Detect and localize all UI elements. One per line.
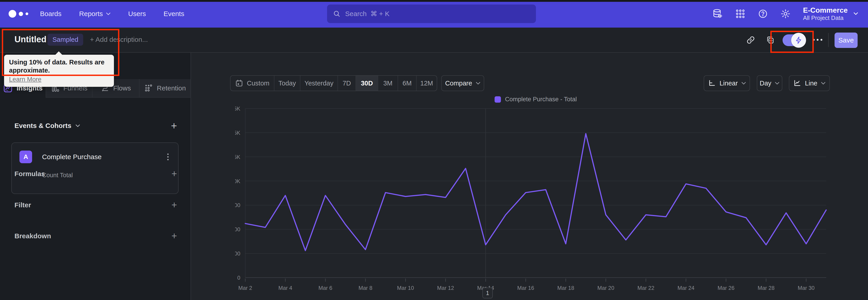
tab-label: Retention [157, 84, 186, 92]
svg-text:Mar 10: Mar 10 [397, 285, 414, 291]
nav-item-boards[interactable]: Boards [40, 10, 61, 18]
interval-label: Day [760, 80, 772, 87]
legend-swatch[interactable] [495, 96, 501, 102]
svg-text:Mar 28: Mar 28 [758, 285, 775, 291]
chevron-down-icon[interactable] [75, 124, 80, 127]
range-30d[interactable]: 30D [356, 76, 378, 91]
line-chart-icon [793, 79, 801, 87]
svg-text:Mar 16: Mar 16 [517, 285, 534, 291]
event-letter-badge: A [20, 151, 32, 163]
sidebar-section-breakdown: Breakdown+ [14, 231, 177, 241]
add-formulas-button[interactable]: + [171, 169, 177, 179]
window-edge [0, 0, 868, 2]
linear-scale-icon [708, 79, 716, 87]
nav-item-events[interactable]: Events [163, 10, 184, 18]
sidebar-section-formulas: Formulas+ [14, 169, 177, 179]
svg-text:12.5K: 12.5K [235, 154, 240, 160]
learn-more-link[interactable]: Learn More [9, 76, 41, 83]
svg-text:5,000: 5,000 [235, 226, 240, 232]
svg-text:7,500: 7,500 [235, 202, 240, 208]
svg-text:Mar 4: Mar 4 [278, 285, 292, 291]
chevron-down-icon [476, 82, 480, 85]
events-cohorts-header: Events & Cohorts + [14, 120, 177, 131]
range-3m[interactable]: 3M [378, 76, 398, 91]
svg-text:10K: 10K [235, 178, 240, 184]
project-selector[interactable]: E-Commerce All Project Data [803, 6, 858, 22]
kebab-icon[interactable] [166, 152, 170, 162]
svg-text:Mar 6: Mar 6 [318, 285, 332, 291]
range-today[interactable]: Today [274, 76, 301, 91]
section-label: Breakdown [14, 232, 51, 240]
nav-right: E-Commerce All Project Data [712, 0, 868, 28]
duplicate-icon[interactable] [766, 36, 774, 44]
search-bar[interactable] [327, 4, 536, 23]
range-7d[interactable]: 7D [338, 76, 356, 91]
search-input[interactable] [345, 10, 530, 18]
range-yesterday[interactable]: Yesterday [301, 76, 338, 91]
sampling-tooltip-message: Using 10% of data. Results are approxima… [9, 58, 109, 74]
nav-item-users[interactable]: Users [128, 10, 146, 18]
event-name: Complete Purchase [42, 153, 101, 161]
svg-text:2,500: 2,500 [235, 250, 240, 257]
sampling-toggle-icon [791, 33, 806, 48]
project-name: E-Commerce [803, 6, 848, 14]
settings-icon[interactable] [780, 9, 790, 19]
interval-dropdown[interactable]: Day [757, 75, 782, 91]
add-description[interactable]: + Add description... [90, 36, 148, 43]
tab-retention[interactable]: Retention [139, 79, 191, 98]
svg-text:Mar 18: Mar 18 [557, 285, 575, 291]
scale-label: Linear [719, 80, 738, 87]
mixpanel-logo-icon[interactable] [8, 10, 28, 18]
report-title[interactable]: Untitled [14, 35, 46, 44]
svg-text:Mar 8: Mar 8 [359, 285, 372, 291]
calendar-icon [235, 79, 243, 87]
range-custom[interactable]: Custom [230, 76, 274, 91]
nav-items: BoardsReportsUsersEvents [40, 10, 184, 18]
scale-dropdown[interactable]: Linear [704, 75, 750, 91]
nav-item-reports[interactable]: Reports [79, 10, 111, 18]
project-scope: All Project Data [803, 14, 848, 22]
mixpanel-insights-app: BoardsReportsUsersEvents E-Commerce All … [0, 0, 868, 300]
svg-text:Mar 24: Mar 24 [677, 285, 694, 291]
chevron-down-icon [741, 82, 746, 85]
section-label: Filter [14, 201, 31, 209]
svg-text:Mar 20: Mar 20 [597, 285, 614, 291]
add-event-button[interactable]: + [171, 120, 177, 131]
svg-text:Mar 30: Mar 30 [798, 285, 815, 291]
svg-text:0: 0 [237, 275, 240, 281]
sampling-toggle[interactable] [782, 34, 804, 46]
svg-text:Mar 12: Mar 12 [437, 285, 454, 291]
compare-label: Compare [445, 80, 472, 87]
retention-tab-icon [144, 84, 153, 93]
sidebar-section-filter: Filter+ [14, 200, 177, 210]
chart-type-label: Line [805, 80, 817, 87]
date-range-group: CustomTodayYesterday7D30D3M6M12M [230, 75, 437, 91]
range-6m[interactable]: 6M [398, 76, 416, 91]
sampled-badge[interactable]: Sampled [48, 34, 83, 46]
compare-button[interactable]: Compare [441, 75, 484, 91]
svg-text:17.5K: 17.5K [235, 106, 240, 112]
range-12m[interactable]: 12M [416, 76, 437, 91]
chevron-down-icon [775, 82, 779, 85]
section-label: Formulas [14, 170, 45, 178]
events-cohorts-title: Events & Cohorts [14, 122, 71, 129]
save-button[interactable]: Save [835, 33, 858, 48]
event-card[interactable]: A Complete Purchase Count Total [11, 143, 179, 194]
chart-type-dropdown[interactable]: Line [789, 75, 830, 91]
help-icon[interactable] [758, 9, 768, 19]
add-filter-button[interactable]: + [171, 200, 177, 210]
data-management-icon[interactable] [712, 8, 723, 19]
chart-legend: Complete Purchase - Total [245, 96, 826, 103]
sampling-tooltip: Using 10% of data. Results are approxima… [4, 55, 114, 87]
chevron-down-icon [821, 82, 826, 85]
more-icon[interactable] [813, 39, 822, 41]
insights-chart: 02,5005,0007,50010K12.5K15K17.5KMar 2Mar… [235, 104, 841, 296]
copy-link-icon[interactable] [746, 36, 755, 44]
report-header-bar: Untitled Sampled + Add description... Sa… [0, 28, 868, 53]
apps-grid-icon[interactable] [735, 9, 745, 19]
legend-label: Complete Purchase - Total [505, 96, 577, 103]
query-sidebar: InsightsFunnelsFlowsRetention Events & C… [0, 53, 191, 300]
add-breakdown-button[interactable]: + [171, 231, 177, 241]
svg-text:15K: 15K [235, 130, 240, 136]
pagination-page-button[interactable]: 1 [483, 288, 493, 298]
